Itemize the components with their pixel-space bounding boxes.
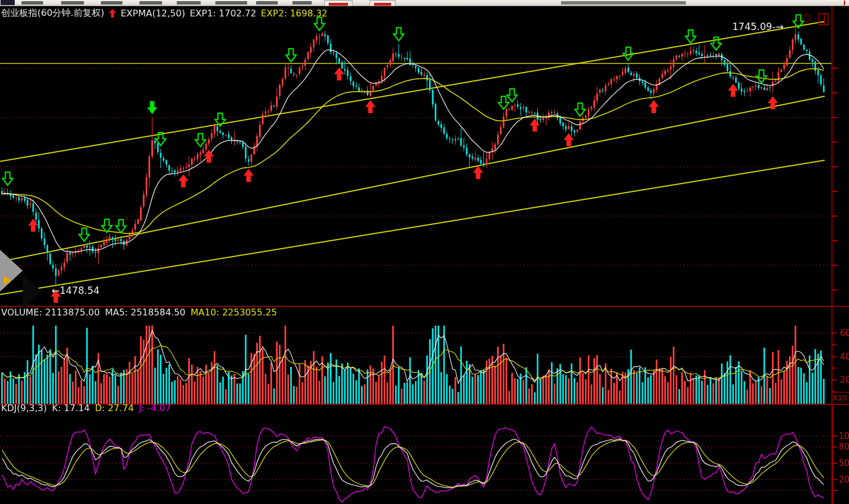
split-window-icon[interactable] bbox=[818, 13, 829, 25]
splitter-handle[interactable] bbox=[0, 250, 23, 292]
menubar[interactable] bbox=[0, 0, 849, 6]
menu-item[interactable] bbox=[292, 1, 312, 5]
menu-status-text bbox=[561, 1, 686, 5]
menu-button-buy[interactable] bbox=[324, 0, 353, 6]
menu-item[interactable] bbox=[22, 1, 43, 5]
menu-item[interactable] bbox=[61, 1, 84, 5]
menu-item[interactable] bbox=[215, 1, 247, 5]
menu-item[interactable] bbox=[139, 1, 162, 5]
menu-item[interactable] bbox=[256, 1, 278, 5]
app-icon[interactable] bbox=[1, 0, 15, 5]
menubar-right-mark bbox=[844, 1, 845, 5]
diamond-icon[interactable]: ◇ bbox=[801, 10, 812, 24]
menu-item[interactable] bbox=[101, 1, 122, 5]
chart-canvas[interactable] bbox=[0, 0, 849, 504]
scroll-left-widget[interactable] bbox=[0, 250, 25, 292]
play-triangle-icon bbox=[4, 276, 11, 285]
menu-button-sell[interactable] bbox=[370, 0, 396, 6]
menu-item[interactable] bbox=[177, 1, 201, 5]
